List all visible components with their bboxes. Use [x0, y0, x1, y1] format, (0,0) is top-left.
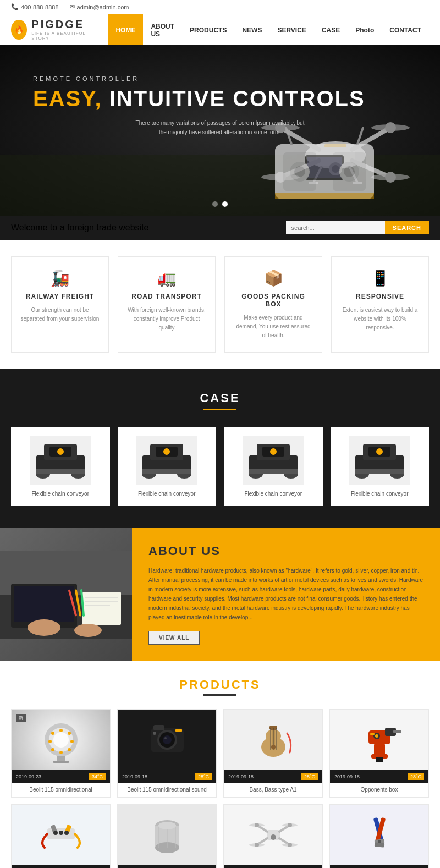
products-section: PRODUCTS: [0, 661, 440, 868]
case-title: CASE: [11, 391, 429, 405]
svg-point-104: [271, 745, 276, 749]
product-badge-1: 新: [16, 714, 26, 722]
svg-point-118: [59, 831, 63, 835]
product-card-8[interactable]: 2019-09-18 28°C Spring up across the che…: [329, 804, 429, 868]
svg-rect-107: [393, 730, 402, 733]
product-name-2: Beolit 115 omnidirectional sound: [118, 783, 216, 797]
nav-photo[interactable]: Photo: [348, 14, 382, 45]
svg-point-84: [70, 740, 74, 743]
road-icon: 🚛: [127, 269, 206, 287]
svg-point-71: [28, 619, 61, 636]
features-section: 🚂 RAILWAY FREIGHT Our strength can not b…: [0, 240, 440, 369]
about-image: [0, 528, 132, 661]
products-title: PRODUCTS: [11, 678, 429, 692]
phone-icon: 📞: [11, 3, 19, 10]
products-grid: 2019-09-23 34°C Beolit 115 omnidirection…: [11, 709, 429, 868]
svg-point-85: [68, 748, 71, 751]
feature-responsive: 📱 RESPONSIVE Extent is easiest way to bu…: [331, 256, 429, 353]
search-button[interactable]: SEARCH: [385, 221, 429, 234]
svg-point-82: [59, 729, 63, 732]
svg-rect-27: [307, 157, 342, 178]
svg-point-93: [164, 737, 167, 739]
svg-point-140: [271, 834, 276, 840]
about-img-svg: [0, 551, 132, 639]
hero-dot-2[interactable]: [222, 201, 228, 207]
about-img-placeholder: [0, 528, 132, 661]
svg-rect-59: [355, 469, 404, 474]
product-img-2: [118, 710, 216, 770]
product-name-4: Opponents box: [330, 783, 428, 797]
svg-rect-32: [275, 193, 374, 199]
logo[interactable]: 🔥 PIGDGE LIFE IS A BEAUTIFUL STORY: [11, 18, 91, 41]
svg-point-137: [288, 823, 292, 827]
case-img-4: [349, 436, 410, 485]
product-cylinder-svg: [142, 812, 192, 859]
logo-icon: 🔥: [11, 20, 27, 40]
email-icon: ✉: [70, 3, 75, 10]
product-info-5: 2019-09-18 28°C: [12, 865, 110, 868]
nav-news[interactable]: NEWS: [234, 14, 270, 45]
logo-subtitle: LIFE IS A BEAUTIFUL STORY: [31, 31, 91, 41]
svg-point-92: [163, 735, 172, 744]
about-section: ABOUT US Hardware: traditional hardware …: [0, 528, 440, 661]
case-item-2[interactable]: Flexible chain conveyor: [118, 427, 217, 506]
case-label-1: Flexible chain conveyor: [32, 491, 90, 497]
product-info-8: 2019-09-18 28°C: [330, 865, 428, 868]
product-wire-svg: [36, 812, 86, 859]
case-item-3[interactable]: Flexible chain conveyor: [224, 427, 323, 506]
responsive-icon: 📱: [340, 269, 420, 287]
search-input[interactable]: [286, 221, 385, 234]
product-card-4[interactable]: 2019-09-18 28°C Opponents box: [329, 709, 429, 798]
nav-contact[interactable]: CONTACT: [382, 14, 429, 45]
hero-content: REMOTE CONTROLLER EASY, INTUITIVE CONTRO…: [0, 45, 440, 137]
conveyor-svg-4: [352, 438, 407, 482]
nav-service[interactable]: SERVICE: [270, 14, 314, 45]
feature-packing-desc: Make every product and demand, You use r…: [234, 314, 313, 340]
site-header: 🔥 PIGDGE LIFE IS A BEAUTIFUL STORY HOME …: [0, 14, 440, 45]
feature-road: 🚛 ROAD TRANSPORT With foreign well-known…: [118, 256, 216, 353]
case-section: CASE Flexible chain conveyor: [0, 369, 440, 528]
hero-title: EASY, INTUITIVE CONTROLS: [33, 86, 407, 111]
conveyor-svg-3: [246, 438, 301, 482]
svg-rect-95: [175, 729, 182, 732]
case-item-4[interactable]: Flexible chain conveyor: [331, 427, 430, 506]
phone-number: 400-888-8888: [21, 4, 59, 10]
product-temp-2: 28°C: [195, 773, 212, 780]
product-drill-svg: [355, 717, 404, 763]
hero-dot-1[interactable]: [212, 201, 218, 207]
product-card-5[interactable]: 2019-09-18 28°C BeoPlay two speakers: [11, 804, 111, 868]
product-bass-svg: [249, 717, 298, 763]
nav-home[interactable]: HOME: [108, 14, 143, 45]
svg-point-139: [288, 843, 292, 847]
product-card-3[interactable]: 2019-09-18 28°C Bass, Bass type A1: [223, 709, 323, 798]
product-card-2[interactable]: 2019-09-18 28°C Beolit 115 omnidirection…: [117, 709, 217, 798]
product-img-7: [224, 805, 322, 865]
product-info-1: 2019-09-23 34°C: [12, 770, 110, 783]
svg-rect-45: [142, 469, 191, 474]
feature-railway-desc: Our strength can not be separated from y…: [20, 306, 100, 323]
svg-point-145: [378, 840, 381, 843]
nav-case[interactable]: CASE: [314, 14, 348, 45]
svg-point-117: [53, 831, 58, 835]
view-all-button[interactable]: VIEW ALL: [148, 631, 200, 645]
nav-products[interactable]: PRODUCTS: [182, 14, 234, 45]
case-item-1[interactable]: Flexible chain conveyor: [11, 427, 110, 506]
top-bar: 📞 400-888-8888 ✉ admin@admin.com: [0, 0, 440, 14]
case-label-4: Flexible chain conveyor: [351, 491, 409, 497]
product-drone-svg: [249, 812, 298, 859]
hero-title-white: INTUITIVE CONTROLS: [102, 86, 365, 111]
logo-text-block: PIGDGE LIFE IS A BEAUTIFUL STORY: [31, 18, 91, 41]
svg-rect-94: [153, 725, 164, 730]
hero-dots: [212, 201, 228, 207]
email-info: ✉ admin@admin.com: [70, 3, 129, 10]
product-temp-1: 34°C: [89, 773, 106, 780]
feature-packing-title: GOODS PACKING BOX: [234, 293, 313, 308]
product-card-1[interactable]: 2019-09-23 34°C Beolit 115 omnidirection…: [11, 709, 111, 798]
product-card-6[interactable]: 2019-09-18 28°C BeoPlay A9 wireless spea…: [117, 804, 217, 868]
nav-about[interactable]: ABOUT US: [143, 14, 182, 45]
product-date-1: 2019-09-23: [16, 774, 41, 779]
case-img-1: [30, 436, 91, 485]
product-card-7[interactable]: 2019-09-18 28°C Beosound rotation contro…: [223, 804, 323, 868]
conveyor-svg-1: [33, 438, 88, 482]
svg-point-111: [375, 734, 378, 738]
